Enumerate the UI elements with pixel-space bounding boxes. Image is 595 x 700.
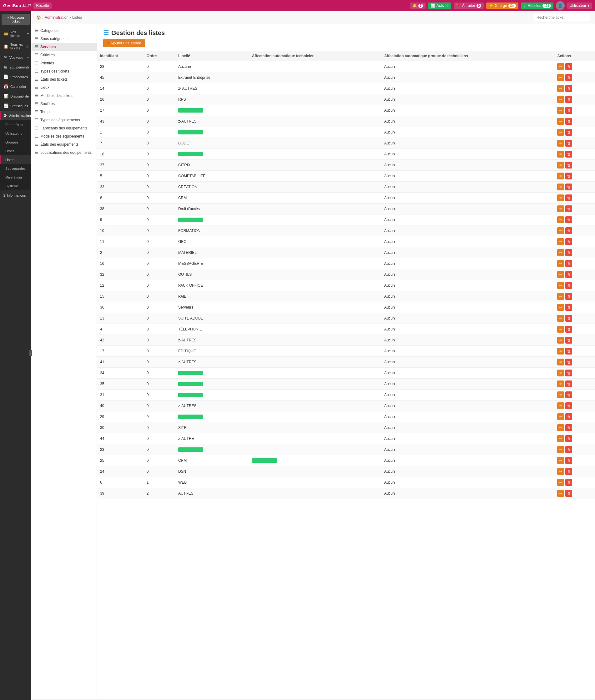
edit-button[interactable]: ✏ bbox=[557, 348, 564, 354]
leftnav-item-services[interactable]: ☰ Services bbox=[31, 43, 96, 51]
edit-button[interactable]: ✏ bbox=[557, 129, 564, 136]
delete-button[interactable]: 🗑 bbox=[565, 195, 572, 201]
recette-button[interactable]: Recette bbox=[33, 2, 51, 9]
delete-button[interactable]: 🗑 bbox=[565, 140, 572, 147]
edit-button[interactable]: ✏ bbox=[557, 173, 564, 179]
sidebar-sub-miseajour[interactable]: Mise à jour bbox=[0, 173, 31, 182]
new-ticket-button[interactable]: + Nouveau ticket bbox=[2, 14, 30, 25]
delete-button[interactable]: 🗑 bbox=[565, 315, 572, 322]
sidebar-item-administration[interactable]: ⚙ Administration ▾ bbox=[0, 111, 31, 120]
sidebar-item-disponibilite[interactable]: 📊 Disponibilité bbox=[0, 91, 31, 101]
edit-button[interactable]: ✏ bbox=[557, 337, 564, 344]
leftnav-item-etatsequip[interactable]: ☰ États des équipements bbox=[31, 140, 96, 148]
edit-button[interactable]: ✏ bbox=[557, 391, 564, 398]
delete-button[interactable]: 🗑 bbox=[565, 216, 572, 223]
leftnav-item-typesequip[interactable]: ☰ Types des équipements bbox=[31, 116, 96, 124]
edit-button[interactable]: ✏ bbox=[557, 358, 564, 366]
sidebar-item-statistiques[interactable]: 📈 Statistiques bbox=[0, 101, 31, 111]
edit-button[interactable]: ✏ bbox=[557, 435, 564, 442]
sidebar-sub-parametres[interactable]: Paramètres bbox=[0, 120, 31, 129]
edit-button[interactable]: ✏ bbox=[557, 424, 564, 431]
leftnav-item-priorites[interactable]: ☰ Priorités bbox=[31, 59, 96, 67]
avatar[interactable]: 👤 bbox=[556, 1, 565, 10]
delete-button[interactable]: 🗑 bbox=[565, 205, 572, 212]
delete-button[interactable]: 🗑 bbox=[565, 118, 572, 125]
leftnav-item-modelestickets[interactable]: ☰ Modèles des tickets bbox=[31, 92, 96, 100]
delete-button[interactable]: 🗑 bbox=[565, 85, 572, 92]
delete-button[interactable]: 🗑 bbox=[565, 107, 572, 114]
sidebar-sub-sauvegardes[interactable]: Sauvegardes bbox=[0, 164, 31, 173]
sidebar-item-tous-tickets[interactable]: 📋 Tous les tickets ⚠ bbox=[0, 40, 31, 53]
delete-button[interactable]: 🗑 bbox=[565, 129, 572, 136]
edit-button[interactable]: ✏ bbox=[557, 413, 564, 420]
activite-button[interactable]: 📊 Activité bbox=[428, 2, 451, 9]
delete-button[interactable]: 🗑 bbox=[565, 413, 572, 420]
edit-button[interactable]: ✏ bbox=[557, 227, 564, 234]
sidebar-item-informations[interactable]: ℹ Informations bbox=[0, 191, 31, 200]
edit-button[interactable]: ✏ bbox=[557, 304, 564, 311]
edit-button[interactable]: ✏ bbox=[557, 479, 564, 486]
edit-button[interactable]: ✏ bbox=[557, 96, 564, 103]
edit-button[interactable]: ✏ bbox=[557, 249, 564, 256]
edit-button[interactable]: ✏ bbox=[557, 140, 564, 147]
sidebar-item-vos-tickets[interactable]: 🎫 Vos tickets ▾ bbox=[0, 28, 31, 40]
leftnav-item-fabricantsequip[interactable]: ☰ Fabricants des équipements bbox=[31, 124, 96, 132]
sidebar-item-vos-vues[interactable]: 👁 Vos vues ▾ bbox=[0, 53, 31, 62]
delete-button[interactable]: 🗑 bbox=[565, 348, 572, 354]
breadcrumb-admin[interactable]: Administration bbox=[45, 15, 68, 20]
delete-button[interactable]: 🗑 bbox=[565, 96, 572, 103]
delete-button[interactable]: 🗑 bbox=[565, 249, 572, 256]
edit-button[interactable]: ✏ bbox=[557, 260, 564, 267]
delete-button[interactable]: 🗑 bbox=[565, 173, 572, 179]
leftnav-item-temps[interactable]: ☰ Temps bbox=[31, 108, 96, 116]
leftnav-item-criticites[interactable]: ☰ Criticités bbox=[31, 51, 96, 59]
add-entry-button[interactable]: + Ajouter une entrée bbox=[103, 39, 145, 47]
delete-button[interactable]: 🗑 bbox=[565, 304, 572, 311]
sidebar-collapse-button[interactable]: ‹ bbox=[29, 350, 31, 356]
delete-button[interactable]: 🗑 bbox=[565, 380, 572, 387]
edit-button[interactable]: ✏ bbox=[557, 162, 564, 169]
delete-button[interactable]: 🗑 bbox=[565, 293, 572, 300]
edit-button[interactable]: ✏ bbox=[557, 468, 564, 475]
delete-button[interactable]: 🗑 bbox=[565, 424, 572, 431]
edit-button[interactable]: ✏ bbox=[557, 216, 564, 223]
delete-button[interactable]: 🗑 bbox=[565, 479, 572, 486]
delete-button[interactable]: 🗑 bbox=[565, 457, 572, 464]
delete-button[interactable]: 🗑 bbox=[565, 326, 572, 333]
delete-button[interactable]: 🗑 bbox=[565, 435, 572, 442]
delete-button[interactable]: 🗑 bbox=[565, 446, 572, 453]
leftnav-item-lieux[interactable]: ☰ Lieux bbox=[31, 84, 96, 92]
search-input[interactable] bbox=[534, 14, 590, 21]
edit-button[interactable]: ✏ bbox=[557, 74, 564, 81]
delete-button[interactable]: 🗑 bbox=[565, 402, 572, 409]
delete-button[interactable]: 🗑 bbox=[565, 162, 572, 169]
leftnav-item-localisationsequip[interactable]: ☰ Localisations des équipements bbox=[31, 148, 96, 157]
sidebar-sub-droits[interactable]: Droits bbox=[0, 147, 31, 155]
delete-button[interactable]: 🗑 bbox=[565, 63, 572, 70]
delete-button[interactable]: 🗑 bbox=[565, 370, 572, 376]
sidebar-item-procedures[interactable]: 📄 Procédures bbox=[0, 72, 31, 82]
edit-button[interactable]: ✏ bbox=[557, 402, 564, 409]
edit-button[interactable]: ✏ bbox=[557, 315, 564, 322]
delete-button[interactable]: 🗑 bbox=[565, 337, 572, 344]
sidebar-sub-systeme[interactable]: Système bbox=[0, 182, 31, 191]
delete-button[interactable]: 🗑 bbox=[565, 468, 572, 475]
notifications-button[interactable]: 🔔 7 bbox=[410, 2, 426, 9]
edit-button[interactable]: ✏ bbox=[557, 446, 564, 453]
sidebar-item-calendrier[interactable]: 📅 Calendrier bbox=[0, 82, 31, 91]
edit-button[interactable]: ✏ bbox=[557, 107, 564, 114]
edit-button[interactable]: ✏ bbox=[557, 370, 564, 376]
edit-button[interactable]: ✏ bbox=[557, 183, 564, 191]
charge-button[interactable]: ⚡ Charge On bbox=[486, 2, 518, 9]
delete-button[interactable]: 🗑 bbox=[565, 227, 572, 234]
edit-button[interactable]: ✏ bbox=[557, 205, 564, 212]
edit-button[interactable]: ✏ bbox=[557, 490, 564, 497]
edit-button[interactable]: ✏ bbox=[557, 238, 564, 245]
edit-button[interactable]: ✏ bbox=[557, 195, 564, 201]
delete-button[interactable]: 🗑 bbox=[565, 238, 572, 245]
delete-button[interactable]: 🗑 bbox=[565, 282, 572, 289]
delete-button[interactable]: 🗑 bbox=[565, 271, 572, 278]
edit-button[interactable]: ✏ bbox=[557, 457, 564, 464]
leftnav-item-modelesequip[interactable]: ☰ Modèles des équipements bbox=[31, 132, 96, 140]
edit-button[interactable]: ✏ bbox=[557, 326, 564, 333]
